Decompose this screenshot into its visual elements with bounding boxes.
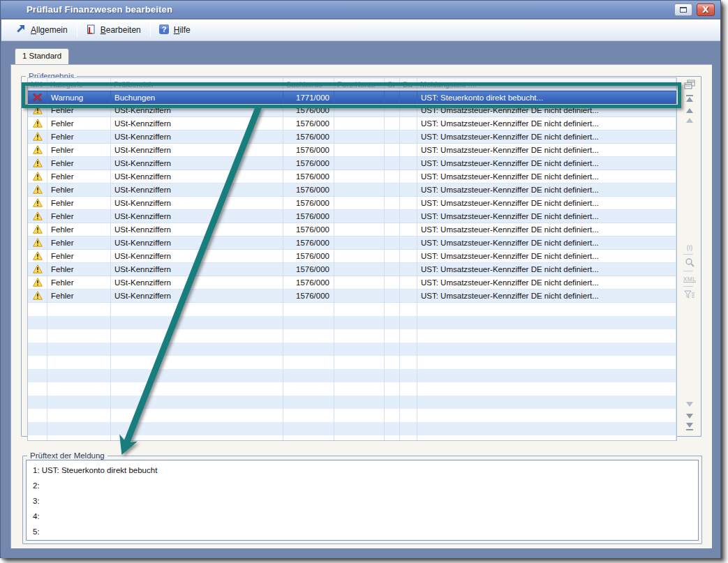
table-row[interactable]: FehlerUSt-Kennziffern1576/000UST: Umsatz… [28,210,676,223]
table-row[interactable]: FehlerUSt-Kennziffern1576/000UST: Umsatz… [28,170,676,183]
cell-ba [400,183,417,197]
table-row[interactable]: FehlerUSt-Kennziffern1576/000UST: Umsatz… [28,144,676,157]
cell-empty [400,435,417,441]
cell-empty [385,356,400,369]
select-columns-icon[interactable] [683,79,697,90]
cell-empty [385,435,400,441]
table-row-empty[interactable] [28,409,676,422]
warning-triangle-icon [33,211,43,220]
tab-standard[interactable]: 1 Standard [15,48,69,64]
cell-empty [111,422,283,435]
go-first-icon[interactable] [683,93,697,104]
scroll-up-icon[interactable] [683,114,697,126]
cell-empty [47,369,111,382]
cell-empty [400,369,417,382]
cell-empty [28,369,47,382]
cell-pruefbereich: USt-Kennziffern [111,250,283,263]
grid-side-toolbar: (I)XML [680,77,701,441]
column-header-kategorie[interactable]: Kategorie [47,78,111,91]
cell-meldungstext: UST: Umsatzsteuer-Kennziffer DE nicht de… [417,263,676,276]
table-row-empty[interactable] [28,329,676,343]
cell-kategorie: Fehler [47,237,111,250]
cell-empty [334,409,385,422]
toolbar-button-label: Hilfe [174,25,191,35]
filter-icon[interactable] [683,289,697,300]
cell-empty [283,396,334,409]
column-header-mk[interactable]: MK [28,78,47,91]
cell-meldungstext: UST: Umsatzsteuer-Kennziffer DE nicht de… [417,117,676,130]
cell-empty [334,369,385,382]
xml-export-icon[interactable]: XML [683,273,697,285]
search-icon[interactable] [683,257,697,268]
cell-mk [28,91,47,105]
cell-mk [28,250,47,263]
table-row[interactable]: FehlerUSt-Kennziffern1576/000UST: Umsatz… [28,290,676,303]
cell-kategorie: Fehler [47,157,111,170]
cell-empty [283,435,334,441]
table-row-empty[interactable] [28,343,676,356]
column-width-icon[interactable]: (I) [683,242,697,253]
cell-empty [417,396,676,409]
cell-empty [111,409,283,422]
column-header-meldungstext[interactable]: Meldungstext .... [417,78,676,91]
cell-meldungstext: UST: Umsatzsteuer-Kennziffer DE nicht de… [417,170,676,183]
cell-empty [47,422,111,435]
table-row[interactable]: FehlerUSt-Kennziffern1576/000UST: Umsatz… [28,117,676,130]
table-row[interactable]: FehlerUSt-Kennziffern1576/000UST: Umsatz… [28,183,676,197]
column-header-perskonto[interactable]: Pers.Konto [334,78,385,91]
table-row-empty[interactable] [28,369,676,382]
table-row-empty[interactable] [28,422,676,435]
table-row[interactable]: FehlerUSt-Kennziffern1576/000UST: Umsatz… [28,130,676,144]
table-row[interactable]: FehlerUSt-Kennziffern1576/000UST: Umsatz… [28,250,676,263]
toolbar: AllgemeinBearbeiten?Hilfe [1,20,720,41]
warning-triangle-icon [33,145,43,154]
table-row[interactable]: FehlerUSt-Kennziffern1576/000UST: Umsatz… [28,263,676,276]
cell-empty [28,356,47,369]
table-row[interactable]: FehlerUSt-Kennziffern1576/000UST: Umsatz… [28,237,676,250]
side-toolbar-separator [683,271,693,271]
table-row[interactable]: FehlerUSt-Kennziffern1576/000UST: Umsatz… [28,197,676,210]
cell-empty [111,356,283,369]
arrow-up-right-icon [15,24,27,37]
table-row-empty[interactable] [28,396,676,409]
cell-mk [28,223,47,237]
cell-pruefbereich: USt-Kennziffern [111,263,283,276]
table-row-empty[interactable] [28,435,676,441]
cell-empty [385,343,400,356]
table-row[interactable]: FehlerUSt-Kennziffern1576/000UST: Umsatz… [28,104,676,117]
table-row-empty[interactable] [28,356,676,369]
column-header-ba[interactable]: Ba [400,78,417,91]
cell-kategorie: Fehler [47,144,111,157]
cell-pruefbereich: USt-Kennziffern [111,157,283,170]
go-last-icon[interactable] [683,421,697,432]
table-row-empty[interactable] [28,382,676,396]
cell-empty [400,422,417,435]
table-row-empty[interactable] [28,303,676,316]
cell-pruefbereich: USt-Kennziffern [111,183,283,197]
table-row[interactable]: FehlerUSt-Kennziffern1576/000UST: Umsatz… [28,276,676,290]
column-header-pruefbereich[interactable]: Prüfbereich [111,78,283,91]
cell-sachkonto: 1576/000 [283,223,334,237]
cell-st [385,250,400,263]
column-header-sachkonto[interactable]: Sachkonto [283,78,334,91]
message-text-box[interactable]: 1: UST: Steuerkonto direkt bebucht2:3:4:… [26,460,699,541]
scroll-down-icon[interactable] [683,398,697,410]
page-down-icon[interactable] [683,410,697,421]
cell-mk [28,104,47,117]
table-row-selected[interactable]: WarnungBuchungen1771/000UST: Steuerkonto… [28,91,676,104]
table-row[interactable]: FehlerUSt-Kennziffern1576/000UST: Umsatz… [28,223,676,237]
table-row-empty[interactable] [28,316,676,329]
hilfe-button[interactable]: ?Hilfe [154,22,196,39]
table-row[interactable]: FehlerUSt-Kennziffern1576/000UST: Umsatz… [28,157,676,170]
column-header-st[interactable]: St [385,78,400,91]
close-button[interactable]: X [697,3,715,16]
cell-pruefbereich: USt-Kennziffern [111,276,283,290]
bearbeiten-button[interactable]: Bearbeiten [81,22,147,39]
message-groupbox: Prüftext der Meldung 1: UST: Steuerkonto… [22,456,702,544]
cell-ba [400,157,417,170]
minimize-button[interactable] [674,3,692,16]
cell-empty [385,422,400,435]
error-cross-icon [33,93,42,102]
allgemein-button[interactable]: Allgemein [11,22,73,39]
cell-perskonto [334,91,385,105]
